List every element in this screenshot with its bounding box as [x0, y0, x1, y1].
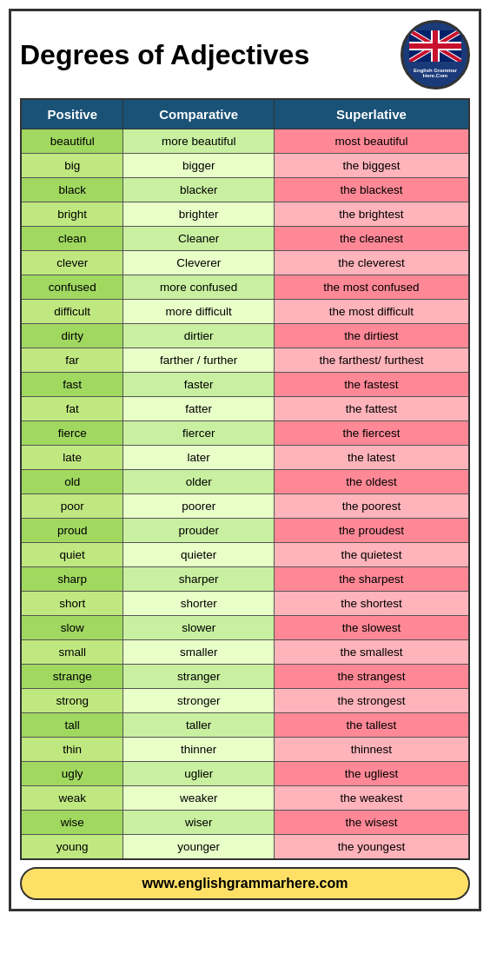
- table-row: brightbrighterthe brightest: [21, 202, 469, 227]
- cell-comparative: taller: [123, 713, 274, 738]
- cell-positive: ugly: [21, 762, 123, 786]
- cell-positive: strong: [21, 689, 123, 713]
- cell-superlative: the oldest: [274, 470, 469, 494]
- cell-positive: black: [21, 178, 123, 202]
- cell-comparative: faster: [123, 373, 274, 397]
- cell-positive: far: [21, 348, 123, 373]
- cell-positive: strange: [21, 665, 123, 689]
- table-row: cleverClevererthe cleverest: [21, 251, 469, 275]
- cell-positive: old: [21, 470, 123, 494]
- cell-positive: slow: [21, 616, 123, 640]
- cell-comparative: shorter: [123, 592, 274, 616]
- cell-superlative: the fattest: [274, 397, 469, 421]
- cell-superlative: the ugliest: [274, 762, 469, 786]
- cell-comparative: younger: [123, 835, 274, 860]
- cell-superlative: the fastest: [274, 373, 469, 397]
- cell-comparative: more beautiful: [123, 129, 274, 154]
- table-row: dirtydirtierthe dirtiest: [21, 324, 469, 348]
- cell-superlative: the weakest: [274, 786, 469, 811]
- cell-superlative: the shortest: [274, 592, 469, 616]
- cell-comparative: slower: [123, 616, 274, 640]
- cell-superlative: the brightest: [274, 202, 469, 227]
- cell-comparative: farther / further: [123, 348, 274, 373]
- logo: English Grammar Here.Com: [401, 20, 470, 89]
- table-header-row: Positive Comparative Superlative: [21, 99, 469, 129]
- cell-positive: bright: [21, 202, 123, 227]
- cell-comparative: uglier: [123, 762, 274, 786]
- cell-positive: weak: [21, 786, 123, 811]
- cell-comparative: Cleverer: [123, 251, 274, 275]
- table-row: proudprouderthe proudest: [21, 519, 469, 543]
- table-row: confusedmore confusedthe most confused: [21, 275, 469, 300]
- header-superlative: Superlative: [274, 99, 469, 129]
- table-row: shortshorterthe shortest: [21, 592, 469, 616]
- cell-comparative: more confused: [123, 275, 274, 300]
- cell-superlative: the proudest: [274, 519, 469, 543]
- cell-comparative: later: [123, 446, 274, 470]
- table-row: oldolderthe oldest: [21, 470, 469, 494]
- table-row: farfarther / furtherthe farthest/ furthe…: [21, 348, 469, 373]
- cell-superlative: the sharpest: [274, 567, 469, 592]
- cell-positive: young: [21, 835, 123, 860]
- page-wrapper: Degrees of Adjectives English Grammar He…: [9, 9, 481, 911]
- cell-superlative: the blackest: [274, 178, 469, 202]
- table-row: latelaterthe latest: [21, 446, 469, 470]
- table-row: wisewiserthe wisest: [21, 811, 469, 835]
- table-row: beautifulmore beautifulmost beautiful: [21, 129, 469, 154]
- table-row: cleanCleanerthe cleanest: [21, 227, 469, 251]
- table-row: thinthinnerthinnest: [21, 738, 469, 762]
- cell-comparative: fiercer: [123, 421, 274, 446]
- cell-positive: quiet: [21, 543, 123, 567]
- header-positive: Positive: [21, 99, 123, 129]
- cell-positive: difficult: [21, 300, 123, 324]
- table-row: fatfatterthe fattest: [21, 397, 469, 421]
- cell-positive: clean: [21, 227, 123, 251]
- cell-comparative: stranger: [123, 665, 274, 689]
- cell-superlative: the youngest: [274, 835, 469, 860]
- header-comparative: Comparative: [123, 99, 274, 129]
- table-row: fiercefiercerthe fiercest: [21, 421, 469, 446]
- cell-superlative: thinnest: [274, 738, 469, 762]
- cell-superlative: the latest: [274, 446, 469, 470]
- cell-superlative: the smallest: [274, 640, 469, 665]
- cell-positive: dirty: [21, 324, 123, 348]
- table-row: smallsmallerthe smallest: [21, 640, 469, 665]
- cell-comparative: weaker: [123, 786, 274, 811]
- cell-superlative: most beautiful: [274, 129, 469, 154]
- adjectives-table: Positive Comparative Superlative beautif…: [20, 98, 470, 860]
- cell-comparative: wiser: [123, 811, 274, 835]
- cell-comparative: smaller: [123, 640, 274, 665]
- cell-positive: late: [21, 446, 123, 470]
- page-title: Degrees of Adjectives: [20, 39, 401, 71]
- table-row: slowslowerthe slowest: [21, 616, 469, 640]
- cell-comparative: fatter: [123, 397, 274, 421]
- cell-positive: fierce: [21, 421, 123, 446]
- cell-positive: confused: [21, 275, 123, 300]
- cell-superlative: the wisest: [274, 811, 469, 835]
- cell-superlative: the strangest: [274, 665, 469, 689]
- cell-superlative: the cleanest: [274, 227, 469, 251]
- cell-comparative: bigger: [123, 154, 274, 178]
- cell-comparative: thinner: [123, 738, 274, 762]
- cell-superlative: the tallest: [274, 713, 469, 738]
- cell-comparative: dirtier: [123, 324, 274, 348]
- footer-bar: www.englishgrammarhere.com: [20, 867, 470, 900]
- table-row: fastfasterthe fastest: [21, 373, 469, 397]
- cell-positive: short: [21, 592, 123, 616]
- cell-positive: small: [21, 640, 123, 665]
- cell-comparative: more difficult: [123, 300, 274, 324]
- table-row: strangestrangerthe strangest: [21, 665, 469, 689]
- cell-superlative: the strongest: [274, 689, 469, 713]
- table-row: talltallerthe tallest: [21, 713, 469, 738]
- cell-superlative: the slowest: [274, 616, 469, 640]
- cell-comparative: prouder: [123, 519, 274, 543]
- table-row: quietquieterthe quietest: [21, 543, 469, 567]
- table-row: weakweakerthe weakest: [21, 786, 469, 811]
- cell-comparative: Cleaner: [123, 227, 274, 251]
- cell-comparative: poorer: [123, 494, 274, 519]
- cell-positive: sharp: [21, 567, 123, 592]
- cell-superlative: the most confused: [274, 275, 469, 300]
- cell-comparative: quieter: [123, 543, 274, 567]
- logo-inner: English Grammar Here.Com: [403, 30, 467, 79]
- cell-positive: fat: [21, 397, 123, 421]
